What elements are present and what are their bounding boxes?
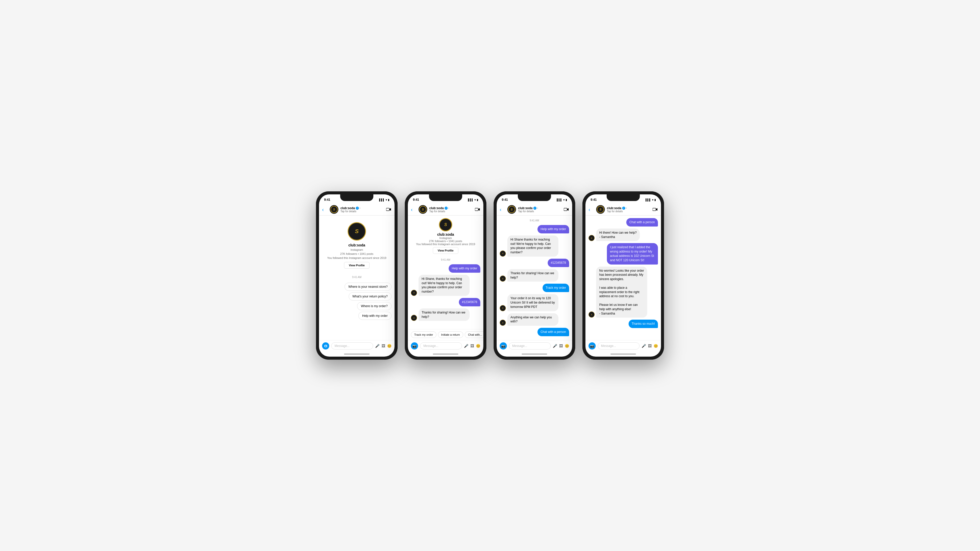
nav-info-3: club:soda ✓ › Tap for details [518,206,562,213]
chat-area-2: 9:41 AM Help with my order S Hi Shane, t… [408,255,484,329]
camera-button-1[interactable] [322,342,329,349]
profile-followed-1: You followed this Instagram account sinc… [327,256,387,259]
video-icon-4[interactable] [652,206,658,212]
nav-name-3: club:soda ✓ › [518,206,562,210]
bubble-3-p4: I just realized that I added the wrong a… [607,243,658,264]
profile-avatar-2: S [439,218,452,231]
msg-8-p3: Chat with a person [500,328,569,336]
back-button-4[interactable]: ‹ [589,206,594,213]
chip-return-2[interactable]: Initiate a return [438,331,463,338]
camera-button-3[interactable]: 📷 [500,342,507,349]
image-icon-3[interactable]: 🖼 [559,344,563,348]
signal-icon: ▌▌▌ [379,198,385,201]
msg-avatar-4-p2: S [411,315,417,321]
msg-7-p3: S Anything else we can help you with? [500,313,569,326]
input-bar-2: 📷 Message... 🎤 🖼 😊 [408,340,484,351]
status-icons-3: ▌▌▌ ▾ ▮ [557,198,567,201]
scene: 9:41 ▌▌▌ ▾ ▮ ‹ S club:soda ✓ › [306,176,674,375]
bubble-2-p4: Hi there! How can we help? - Samantha [596,229,640,241]
camera-button-4[interactable]: 📷 [589,342,596,349]
bubble-7-p3: Anything else we can help you with? [508,313,558,326]
wifi-icon: ▾ [386,198,387,201]
time-4: 9:41 [590,198,597,202]
back-button-3[interactable]: ‹ [500,206,505,213]
mic-icon-2[interactable]: 🎤 [464,344,468,348]
phone-3: 9:41 ▌▌▌ ▾ ▮ ‹ S club:soda ✓ › [493,191,575,360]
profile-avatar-large-1: S [348,222,366,241]
message-input-3[interactable]: Message... [509,342,551,349]
input-bar-4: 📷 Message... 🎤 🖼 😊 [585,340,661,351]
mic-icon-1[interactable]: 🎤 [375,344,380,348]
quick-reply-return-policy[interactable]: What's your return policy? [348,292,391,300]
battery-icon-2: ▮ [477,198,478,201]
image-icon-4[interactable]: 🖼 [648,344,652,348]
nav-name-2: club:soda ✓ › [429,206,473,210]
msg-av-4-p3: S [500,275,506,282]
message-input-4[interactable]: Message... [598,342,640,349]
message-input-2[interactable]: Message... [420,342,462,349]
camera-button-2[interactable]: 📷 [411,342,418,349]
phone-1: 9:41 ▌▌▌ ▾ ▮ ‹ S club:soda ✓ › [316,191,398,360]
nav-bar-1: ‹ S club:soda ✓ › Tap for details [319,203,395,216]
nav-sub-4: Tap for details [607,210,650,213]
msg-av-4-p4: S [589,311,595,318]
view-profile-button-2[interactable]: View Profile [433,247,458,254]
emoji-icon-1[interactable]: 😊 [387,344,391,348]
nav-bar-3: ‹ S club:soda ✓ › Tap for details [496,203,572,216]
nav-bar-4: ‹ S club:soda ✓ › Tap for details [585,203,661,216]
emoji-icon-4[interactable]: 😊 [654,344,658,348]
chip-chat-2[interactable]: Chat with... [465,331,484,338]
input-bar-3: 📷 Message... 🎤 🖼 😊 [496,340,572,351]
nav-avatar-2: S [418,205,427,214]
notch-4 [607,194,640,201]
emoji-icon-3[interactable]: 😊 [565,344,569,348]
msg-av-2-p4: S [589,235,595,241]
msg-row-3-p2: #12345678 [411,298,480,306]
chip-track-2[interactable]: Track my order [411,331,436,338]
signal-icon-3: ▌▌▌ [557,198,562,201]
quick-reply-where-order[interactable]: Where is my order? [357,302,391,310]
battery-icon-3: ▮ [566,198,567,201]
profile-stats-2: 27K followers • 1041 posts [429,240,462,243]
view-profile-button[interactable]: View Profile [344,262,369,268]
video-icon-1[interactable] [386,206,391,212]
verified-badge-4: ✓ [622,206,625,210]
mic-icon-4[interactable]: 🎤 [641,344,646,348]
msg-4-p4: S No worries! Looks like your order has … [589,267,658,318]
msg-2-p4: S Hi there! How can we help? - Samantha [589,229,658,241]
video-icon-3[interactable] [563,206,569,212]
msg-row-2-p2: S Hi Shane, thanks for reaching out! We'… [411,275,480,296]
image-icon-2[interactable]: 🖼 [470,344,474,348]
msg-6-p3: S Your order it on its way to 120 Unicor… [500,294,569,311]
bubble-6-p3: Your order it on its way to 120 Unicorn … [508,294,558,311]
nav-name-4: club:soda ✓ › [607,206,650,210]
battery-icon-4: ▮ [654,198,656,201]
profile-card-1: S club:soda Instagram 27K followers • 10… [322,218,391,273]
bubble-4-p3: Thanks for sharing! How can we help? [508,269,558,282]
nav-sub-1: Tap for details [340,210,384,213]
quick-reply-nearest-store[interactable]: Where is your nearest store? [345,283,391,291]
msg-av-6-p3: S [500,305,506,311]
video-icon-2[interactable] [475,206,480,212]
input-icons-1: 🎤 🖼 😊 [375,344,391,348]
svg-rect-0 [386,208,390,211]
profile-name-1: club:soda [348,243,365,247]
back-button-1[interactable]: ‹ [322,206,328,213]
phone-2: 9:41 ▌▌▌ ▾ ▮ ‹ S club:soda ✓ › [405,191,487,360]
msg-av-7-p3: S [500,320,506,326]
msg-1-p3: Help with my order [500,225,569,233]
mic-icon-3[interactable]: 🎤 [553,344,557,348]
msg-3-p3: #12345678 [500,259,569,267]
emoji-icon-2[interactable]: 😊 [476,344,480,348]
msg-5-p3: Track my order [500,284,569,292]
timestamp-1: 9:41 AM [322,276,391,279]
bubble-8-p3: Chat with a person [538,328,569,336]
avatar-logo-1: S [331,206,338,213]
quick-reply-help-order[interactable]: Help with my order [358,312,391,320]
msg-4-p3: S Thanks for sharing! How can we help? [500,269,569,282]
message-input-1[interactable]: Message... [331,342,373,349]
image-icon-1[interactable]: 🖼 [382,344,385,348]
nav-sub-3: Tap for details [518,210,562,213]
back-button-2[interactable]: ‹ [411,206,417,213]
profile-name-2: club:soda [437,232,454,237]
